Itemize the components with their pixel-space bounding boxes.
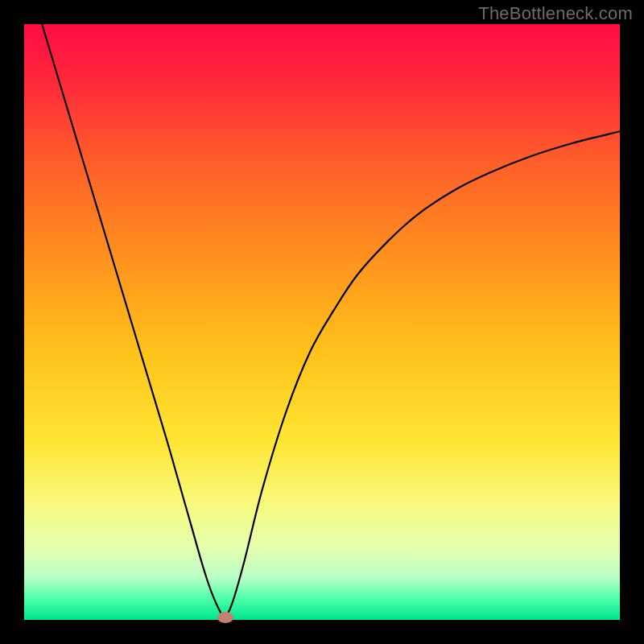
chart-plot — [24, 24, 620, 620]
watermark-label: TheBottleneck.com — [478, 3, 633, 24]
minimum-marker-dot — [217, 612, 233, 623]
gradient-background — [24, 24, 620, 620]
chart-frame: TheBottleneck.com — [0, 0, 644, 644]
